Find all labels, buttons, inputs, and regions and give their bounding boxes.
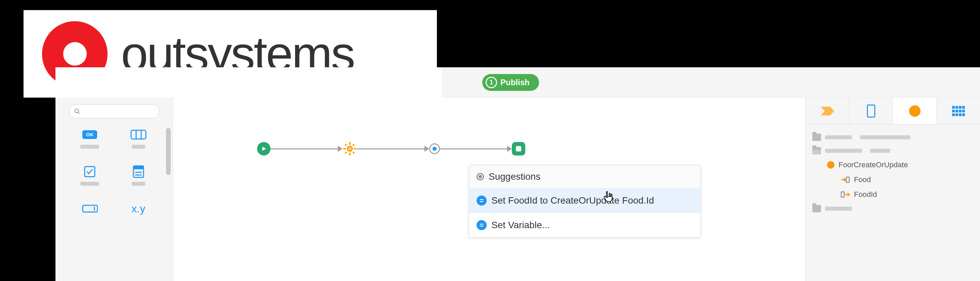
assign-icon: = — [477, 220, 487, 230]
toolbox-item-label-placeholder — [132, 145, 145, 149]
svg-rect-37 — [962, 113, 965, 116]
flow-connector — [440, 148, 507, 149]
svg-rect-12 — [83, 205, 97, 212]
toolbox-item-checkbox[interactable] — [69, 166, 111, 186]
toolbox-panel: OK — [56, 97, 173, 281]
folder-open-icon — [812, 147, 821, 155]
svg-rect-16 — [343, 148, 346, 149]
suggestion-item-set-foodid[interactable]: = Set FoodId to CreateOrUpdate Food.Id — [469, 188, 700, 213]
svg-rect-34 — [952, 113, 955, 116]
flow-connector — [270, 148, 338, 149]
checkbox-icon — [82, 166, 98, 178]
ok-badge-icon: OK — [82, 129, 98, 140]
columns-icon — [130, 129, 146, 140]
svg-rect-14 — [349, 142, 350, 145]
svg-rect-36 — [959, 113, 961, 116]
elements-panel: FoorCreateOrUpdate Food FoodId — [805, 97, 980, 281]
tree-folder-row[interactable] — [812, 144, 973, 158]
flow-canvas[interactable]: Suggestions = Set FoodId to CreateOrUpda… — [173, 97, 805, 281]
suggestion-item-label: Set Variable... — [492, 220, 550, 230]
tab-processes[interactable] — [806, 97, 849, 124]
publish-step-badge: 1 — [486, 77, 497, 88]
svg-rect-32 — [959, 110, 961, 112]
svg-point-22 — [347, 146, 353, 152]
chevron-tab-icon — [820, 106, 835, 116]
toolbox-item-ok[interactable]: OK — [69, 129, 111, 149]
expression-icon: x.y — [130, 203, 146, 215]
suggestions-header: Suggestions — [469, 165, 700, 188]
svg-rect-19 — [352, 144, 355, 146]
input-icon — [82, 203, 98, 215]
folder-icon — [812, 205, 821, 212]
mobile-icon — [867, 104, 875, 118]
arrow-icon — [425, 146, 429, 152]
pointer-cursor-icon — [603, 191, 613, 203]
toolbox-item-label-placeholder — [132, 182, 145, 186]
assign-node[interactable] — [342, 141, 357, 156]
svg-rect-38 — [846, 177, 849, 182]
flow-connector — [357, 148, 425, 149]
svg-rect-21 — [352, 152, 355, 154]
tab-interface[interactable] — [849, 97, 893, 124]
tree-label-placeholder — [825, 149, 862, 153]
assign-icon: = — [477, 196, 487, 206]
svg-rect-17 — [354, 148, 356, 149]
svg-point-0 — [75, 109, 79, 113]
arrow-icon — [507, 146, 512, 152]
tree-label-placeholder — [825, 135, 852, 139]
tree-label-placeholder — [825, 207, 852, 211]
tree-param-out[interactable]: FoodId — [812, 187, 973, 202]
suggestion-item-set-variable[interactable]: = Set Variable... — [469, 213, 700, 237]
grid-icon — [952, 106, 965, 116]
ide-window: 1 Publish OK — [56, 67, 980, 281]
svg-rect-20 — [344, 152, 347, 154]
toolbox-item-columns[interactable] — [118, 129, 160, 149]
svg-rect-33 — [962, 110, 965, 112]
svg-rect-39 — [841, 192, 844, 197]
tree-action-node[interactable]: FoorCreateOrUpdate — [812, 158, 973, 172]
tree-action-label: FoorCreateOrUpdate — [838, 161, 908, 169]
publish-button-label: Publish — [500, 78, 530, 87]
suggestions-popup: Suggestions = Set FoodId to CreateOrUpda… — [469, 165, 701, 238]
tab-logic[interactable] — [893, 97, 937, 124]
svg-rect-30 — [952, 110, 955, 112]
search-icon — [74, 108, 81, 115]
tree-folder-row[interactable] — [812, 131, 973, 144]
tree-param-label: Food — [854, 175, 871, 184]
svg-rect-27 — [956, 106, 958, 109]
tree-param-label: FoodId — [854, 190, 877, 199]
svg-rect-7 — [85, 166, 95, 177]
tree-param-in[interactable]: Food — [812, 172, 973, 187]
arrow-icon — [338, 146, 342, 152]
svg-rect-28 — [959, 106, 961, 109]
tree-folder-row[interactable] — [812, 202, 973, 216]
toolbox-search-input[interactable] — [69, 104, 160, 118]
svg-text:OK: OK — [86, 132, 94, 137]
toolbox-item-expression[interactable]: x.y — [118, 203, 160, 223]
folder-icon — [812, 134, 821, 141]
output-param-icon — [840, 191, 850, 198]
flow-placeholder-node[interactable] — [429, 144, 440, 154]
tree-label-placeholder — [870, 149, 890, 153]
svg-line-1 — [78, 112, 79, 114]
toolbox-item-label-placeholder — [80, 182, 99, 186]
svg-rect-15 — [349, 153, 350, 155]
svg-rect-29 — [962, 106, 965, 109]
toolbox-item-input[interactable] — [69, 203, 111, 223]
tab-data[interactable] — [937, 97, 980, 124]
elements-tree: FoorCreateOrUpdate Food FoodId — [806, 125, 980, 222]
end-node[interactable] — [512, 142, 525, 155]
start-node[interactable] — [257, 142, 270, 155]
bullet-icon — [477, 173, 484, 180]
svg-rect-31 — [956, 110, 958, 112]
svg-rect-35 — [956, 113, 958, 116]
toolbox-item-form[interactable] — [118, 166, 160, 186]
publish-button[interactable]: 1 Publish — [482, 74, 539, 91]
form-icon — [130, 166, 146, 178]
suggestions-header-label: Suggestions — [488, 171, 541, 182]
toolbox-scrollbar[interactable] — [166, 128, 171, 175]
input-param-icon — [840, 176, 850, 184]
action-flow — [257, 141, 525, 156]
svg-rect-26 — [952, 106, 955, 109]
svg-rect-4 — [131, 130, 146, 139]
